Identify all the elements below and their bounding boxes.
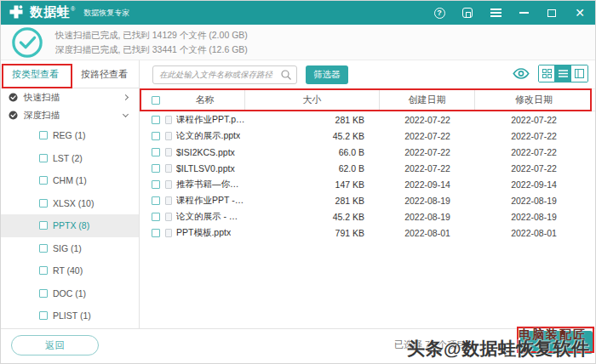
table-row[interactable]: 论文的展示 - 副本.pptx 45.2 KB 2022-08-19 2022-… bbox=[140, 208, 595, 225]
back-button[interactable]: 返回 bbox=[11, 335, 99, 355]
file-icon bbox=[165, 196, 172, 205]
file-type-item[interactable]: PPTX (8) bbox=[1, 214, 139, 237]
file-type-label: CHM (1) bbox=[53, 175, 87, 185]
sidebar-tab[interactable]: 按类型查看 bbox=[1, 60, 70, 88]
file-type-item[interactable]: REG (1) bbox=[1, 124, 139, 147]
checkbox[interactable] bbox=[39, 289, 48, 298]
row-checkbox[interactable] bbox=[152, 164, 160, 173]
file-created-date: 2022-08-19 bbox=[380, 196, 475, 206]
sidebar-tab-label: 按路径查看 bbox=[81, 68, 128, 81]
row-checkbox[interactable] bbox=[152, 196, 160, 205]
sidebar: 按类型查看 按路径查看 快速扫描 bbox=[1, 60, 140, 328]
file-type-label: DOC (1) bbox=[53, 288, 86, 299]
table-row[interactable]: PPT模板.pptx 791 KB 2022-08-01 2022-08-01 bbox=[140, 225, 595, 241]
file-name: $ILTLSV0.pptx bbox=[176, 163, 235, 173]
file-type-item[interactable]: RT (40) bbox=[1, 259, 139, 282]
maximize-icon[interactable] bbox=[545, 6, 559, 20]
scan-group-row[interactable]: 快速扫描 bbox=[1, 88, 139, 106]
checkbox[interactable] bbox=[39, 266, 48, 275]
row-checkbox[interactable] bbox=[152, 213, 160, 221]
file-type-item[interactable]: DOC (1) bbox=[1, 282, 139, 305]
search-input[interactable] bbox=[153, 70, 280, 79]
row-checkbox[interactable] bbox=[152, 180, 160, 189]
checkbox[interactable] bbox=[39, 221, 48, 230]
file-type-label: RT (40) bbox=[53, 265, 83, 276]
sidebar-tab[interactable]: 按路径查看 bbox=[70, 60, 139, 88]
select-all-checkbox[interactable] bbox=[152, 96, 160, 105]
scan-complete-icon bbox=[11, 26, 43, 59]
file-size: 45.2 KB bbox=[245, 212, 380, 222]
footer-bar: 返回 已选择 70 个项目 bbox=[1, 328, 595, 364]
row-checkbox[interactable] bbox=[152, 229, 160, 237]
chevron-icon[interactable] bbox=[123, 94, 129, 100]
scan-group-row[interactable]: 深度扫描 bbox=[1, 106, 139, 124]
header-created[interactable]: 创建日期 bbox=[380, 89, 475, 111]
chevron-icon[interactable] bbox=[123, 111, 129, 117]
window-controls: ? ✕ bbox=[433, 6, 587, 20]
scan-group-label: 深度扫描 bbox=[24, 110, 123, 122]
file-modified-date: 2022-07-22 bbox=[475, 147, 593, 157]
file-name: 课程作业PPT - 副本.pptx bbox=[176, 195, 245, 207]
file-type-item[interactable]: PLIST (1) bbox=[1, 304, 139, 327]
row-checkbox[interactable] bbox=[152, 132, 160, 140]
file-size: 66.0 B bbox=[245, 147, 380, 157]
table-row[interactable]: 推荐书籍—你当像鸟飞... 147 KB 2022-09-14 2022-09-… bbox=[140, 176, 595, 192]
file-modified-date: 2022-07-22 bbox=[475, 115, 593, 125]
quick-scan-status: 快速扫描已完成, 已找到 14129 个文件 (2.00 GB) bbox=[55, 28, 248, 43]
file-type-label: REG (1) bbox=[53, 130, 86, 140]
file-icon bbox=[165, 132, 172, 140]
file-type-label: PPTX (8) bbox=[53, 220, 89, 230]
file-created-date: 2022-07-22 bbox=[380, 163, 475, 173]
help-icon[interactable]: ? bbox=[433, 6, 446, 20]
main-area: 按类型查看 按路径查看 快速扫描 bbox=[1, 60, 595, 328]
file-name: 推荐书籍—你当像鸟飞... bbox=[176, 179, 245, 191]
list-view-icon[interactable] bbox=[555, 65, 571, 82]
checkbox[interactable] bbox=[39, 199, 48, 208]
scan-done-badge-icon bbox=[9, 111, 18, 120]
checkbox[interactable] bbox=[39, 176, 48, 185]
column-view-icon[interactable] bbox=[571, 65, 587, 82]
checkbox[interactable] bbox=[39, 131, 48, 139]
file-type-item[interactable]: CHM (1) bbox=[1, 169, 139, 192]
header-modified[interactable]: 修改日期 bbox=[475, 94, 593, 106]
table-row[interactable]: 论文的展示.pptx 45.2 KB 2022-07-22 2022-07-22 bbox=[140, 128, 595, 144]
view-mode-switcher bbox=[538, 65, 588, 82]
grid-view-icon[interactable] bbox=[539, 65, 555, 82]
preview-eye-icon[interactable] bbox=[512, 67, 530, 80]
row-checkbox[interactable] bbox=[152, 148, 160, 156]
menu-icon[interactable] bbox=[489, 6, 502, 20]
recover-button[interactable] bbox=[520, 331, 593, 354]
file-size: 45.2 KB bbox=[245, 131, 380, 141]
header-size[interactable]: 大小 bbox=[245, 89, 380, 111]
filter-button[interactable]: 筛选器 bbox=[306, 65, 348, 84]
minimize-icon[interactable] bbox=[517, 6, 530, 20]
table-row[interactable]: $ILTLSV0.pptx 62.0 B 2022-07-22 2022-07-… bbox=[140, 160, 595, 176]
file-name: PPT模板.pptx bbox=[176, 227, 231, 239]
selection-summary: 已选择 70 个项目 bbox=[394, 338, 466, 351]
search-icon bbox=[280, 69, 292, 81]
app-subtitle: 数据恢复专家 bbox=[83, 2, 129, 24]
file-type-item[interactable]: SIG (1) bbox=[1, 237, 139, 260]
checkbox[interactable] bbox=[39, 154, 48, 162]
file-type-item[interactable]: XLSX (10) bbox=[1, 192, 139, 215]
save-icon[interactable] bbox=[461, 6, 474, 20]
file-type-label: SIG (1) bbox=[53, 243, 82, 253]
row-checkbox[interactable] bbox=[152, 116, 160, 124]
table-row[interactable]: $ISI2KCS.pptx 66.0 B 2022-07-22 2022-07-… bbox=[140, 144, 595, 160]
table-row[interactable]: 课程作业PPT - 副本.pptx 281 KB 2022-08-19 2022… bbox=[140, 192, 595, 208]
file-created-date: 2022-07-22 bbox=[380, 131, 475, 141]
checkbox[interactable] bbox=[39, 311, 48, 320]
close-icon[interactable]: ✕ bbox=[573, 6, 587, 20]
file-type-item[interactable]: LST (2) bbox=[1, 147, 139, 170]
search-box bbox=[152, 65, 297, 84]
checkbox[interactable] bbox=[39, 244, 48, 253]
file-size: 147 KB bbox=[245, 179, 380, 190]
content-area: 筛选器 bbox=[140, 60, 595, 328]
header-name[interactable]: 名称 bbox=[160, 89, 245, 111]
table-row[interactable]: 课程作业PPT.pptx 281 KB 2022-07-22 2022-07-2… bbox=[140, 111, 595, 128]
scan-groups: 快速扫描 深度扫描 bbox=[1, 88, 139, 124]
app-name: 数据蛙 bbox=[30, 4, 71, 19]
file-type-label: PLIST (1) bbox=[53, 310, 91, 321]
sidebar-tabs: 按类型查看 按路径查看 bbox=[1, 60, 139, 88]
titlebar: 数据蛙® 数据恢复专家 ? ✕ bbox=[1, 1, 595, 25]
